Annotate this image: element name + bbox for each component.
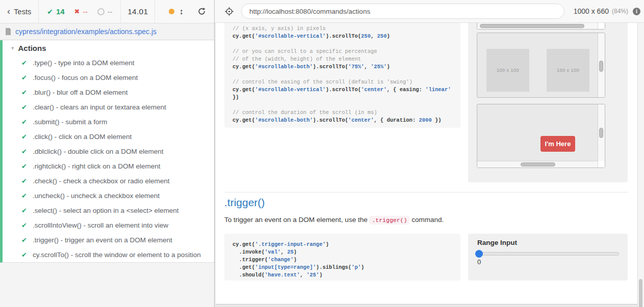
restart-tests-button[interactable] xyxy=(197,7,206,16)
passed-count: 14 xyxy=(56,7,65,16)
horizontal-scrollbar-track[interactable] xyxy=(477,161,598,168)
failed-x-icon: ✖ xyxy=(74,8,80,15)
page-scrollbar-thumb[interactable] xyxy=(639,279,642,307)
url-address-bar[interactable]: http://localhost:8080/commands/actions xyxy=(241,4,564,19)
back-to-tests-button[interactable]: ‹ Tests xyxy=(0,0,39,23)
test-title: .type() - type into a DOM element xyxy=(33,59,135,67)
test-passed-check-icon: ✔ xyxy=(21,251,27,259)
auto-scroll-toggle[interactable]: ↕ xyxy=(179,7,183,16)
test-title: .rightclick() - right click on a DOM ele… xyxy=(33,162,161,170)
viewport-info: 1000 x 660 (84%) i xyxy=(574,7,644,15)
test-stats: ✔ 14 ✖ -- -- xyxy=(39,0,120,23)
refresh-icon xyxy=(197,7,206,16)
trigger-section-heading[interactable]: .trigger() xyxy=(224,197,265,209)
test-title: cy.scrollTo() - scroll the window or ele… xyxy=(33,251,201,259)
aut-page: // (x axis, y axis) in pixelscy.get('#sc… xyxy=(216,23,637,304)
test-title: .focus() - focus on a DOM element xyxy=(33,74,138,81)
range-input-demo-panel: Range Input 0 xyxy=(468,234,628,281)
vertical-scrollbar-thumb[interactable] xyxy=(599,128,603,138)
test-passed-check-icon: ✔ xyxy=(21,221,27,229)
viewport-info-button[interactable]: i xyxy=(633,8,640,15)
viewport-size: 1000 x 660 xyxy=(574,7,609,15)
vertical-scrollbar-track[interactable] xyxy=(598,104,605,161)
range-value: 0 xyxy=(477,258,481,266)
aut-header: http://localhost:8080/commands/actions 1… xyxy=(215,0,644,23)
back-label: Tests xyxy=(14,8,31,16)
test-row[interactable]: ✔ .uncheck() - uncheck a checkbox elemen… xyxy=(3,188,214,203)
paragraph-text: command. xyxy=(409,216,444,224)
test-row[interactable]: ✔ .submit() - submit a form xyxy=(3,115,214,129)
im-here-button[interactable]: I'm Here xyxy=(540,136,575,152)
vertical-scrollbar-thumb[interactable] xyxy=(599,61,603,72)
test-list: ✔ .type() - type into a DOM element ✔ .f… xyxy=(3,55,214,262)
scrollto-demo-panel: 100 x 100 100 x 100 I'm Here xyxy=(468,23,628,182)
reporter-pane: ‹ Tests ✔ 14 ✖ -- -- 14.01 ↕ xyxy=(0,0,215,307)
scrollable-horizontal-box[interactable] xyxy=(477,23,605,30)
selector-playground-button[interactable] xyxy=(224,7,234,16)
passed-check-icon: ✔ xyxy=(47,8,53,16)
chevron-left-icon: ‹ xyxy=(7,6,10,16)
reporter-controls: ↕ xyxy=(155,0,206,23)
scrollbar-corner xyxy=(598,161,605,168)
test-row[interactable]: ✔ .type() - type into a DOM element xyxy=(3,55,214,70)
test-passed-check-icon: ✔ xyxy=(21,207,27,214)
url-text: http://localhost:8080/commands/actions xyxy=(249,8,370,15)
test-duration: 14.01 xyxy=(120,0,155,23)
spec-file-link[interactable]: cypress/integration/examples/actions.spe… xyxy=(15,27,157,36)
test-passed-check-icon: ✔ xyxy=(21,133,27,141)
scrollbar-corner xyxy=(598,23,605,29)
test-row[interactable]: ✔ .click() - click on a DOM element xyxy=(3,129,214,144)
test-row[interactable]: ✔ .focus() - focus on a DOM element xyxy=(3,70,214,85)
horizontal-scrollbar-thumb[interactable] xyxy=(480,24,584,28)
test-title: .blur() - blur off a DOM element xyxy=(33,89,128,96)
test-passed-check-icon: ✔ xyxy=(21,118,27,126)
test-title: .check() - check a checkbox or radio ele… xyxy=(33,177,170,185)
range-slider-thumb[interactable] xyxy=(475,250,483,258)
scrollable-both-box[interactable]: I'm Here xyxy=(477,104,605,168)
test-passed-check-icon: ✔ xyxy=(21,59,27,67)
test-title: .select() - select an option in a <selec… xyxy=(33,207,179,214)
pending-circle-icon xyxy=(97,8,105,15)
test-passed-check-icon: ✔ xyxy=(21,162,27,170)
test-row[interactable]: ✔ .select() - select an option in a <sel… xyxy=(3,203,214,218)
test-passed-check-icon: ✔ xyxy=(21,192,27,200)
test-passed-check-icon: ✔ xyxy=(21,177,27,185)
test-title: .scrollIntoView() - scroll an element in… xyxy=(33,221,168,229)
stat-failed: ✖ -- xyxy=(74,8,88,16)
test-title: .trigger() - trigger an event on a DOM e… xyxy=(33,236,172,244)
section-divider xyxy=(224,192,628,192)
paragraph-text: To trigger an event on a DOM element, us… xyxy=(224,216,369,224)
auto-scroll-dot-icon xyxy=(169,9,174,14)
test-row[interactable]: ✔ .trigger() - trigger an event on a DOM… xyxy=(3,233,214,247)
reporter-header: ‹ Tests ✔ 14 ✖ -- -- 14.01 ↕ xyxy=(0,0,214,23)
test-row[interactable]: ✔ .dblclick() - double click on a DOM el… xyxy=(3,144,214,159)
viewport-scale: (84%) xyxy=(612,8,628,15)
horizontal-scrollbar-track[interactable] xyxy=(477,23,598,29)
trigger-section-paragraph: To trigger an event on a DOM element, us… xyxy=(224,216,444,224)
test-title: .click() - click on a DOM element xyxy=(33,133,132,141)
test-passed-check-icon: ✔ xyxy=(21,89,27,96)
test-passed-check-icon: ✔ xyxy=(21,236,27,244)
test-row[interactable]: ✔ .blur() - blur off a DOM element xyxy=(3,85,214,100)
scrollable-vertical-box[interactable]: 100 x 100 100 x 100 xyxy=(477,33,605,98)
horizontal-scrollbar-thumb[interactable] xyxy=(521,162,555,166)
page-scrollbar-track[interactable] xyxy=(637,23,644,307)
range-slider-track[interactable] xyxy=(477,252,619,256)
vertical-scrollbar-track[interactable] xyxy=(598,33,605,97)
test-row[interactable]: ✔ .scrollIntoView() - scroll an element … xyxy=(3,218,214,233)
trigger-code-block: cy.get('.trigger-input-range') .invoke('… xyxy=(224,234,460,281)
test-title: .dblclick() - double click on a DOM elem… xyxy=(33,148,164,155)
test-row[interactable]: ✔ cy.scrollTo() - scroll the window or e… xyxy=(3,247,214,262)
stat-passed: ✔ 14 xyxy=(47,7,64,16)
aut-stage: // (x axis, y axis) in pixelscy.get('#sc… xyxy=(215,23,644,307)
pending-count: -- xyxy=(108,8,112,16)
suite-block: ▾ Actions ✔ .type() - type into a DOM el… xyxy=(0,40,214,263)
suite-header-actions[interactable]: ▾ Actions xyxy=(3,40,214,55)
aut-pane: http://localhost:8080/commands/actions 1… xyxy=(215,0,644,307)
image-placeholder: 100 x 100 xyxy=(547,49,589,92)
test-row[interactable]: ✔ .rightclick() - right click on a DOM e… xyxy=(3,159,214,174)
test-row[interactable]: ✔ .check() - check a checkbox or radio e… xyxy=(3,174,214,188)
spec-file-bar: cypress/integration/examples/actions.spe… xyxy=(0,23,214,40)
stat-pending: -- xyxy=(97,8,112,16)
test-row[interactable]: ✔ .clear() - clears an input or textarea… xyxy=(3,100,214,115)
